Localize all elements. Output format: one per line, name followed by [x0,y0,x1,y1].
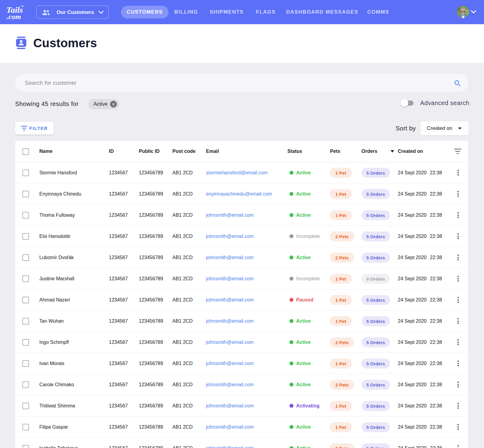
svg-text:.com: .com [7,13,21,21]
svg-text:TM: TM [21,5,24,8]
